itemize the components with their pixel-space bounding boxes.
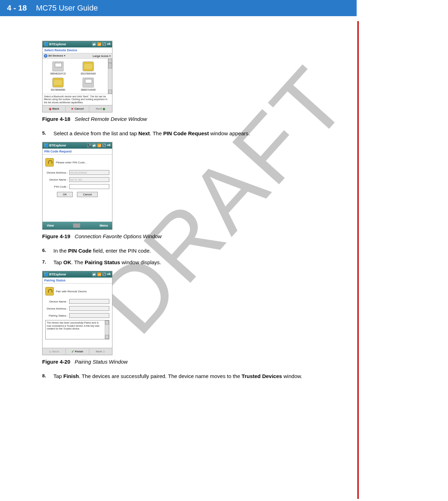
volume-icon: 🔊 bbox=[102, 272, 106, 276]
form-header-text: Pair with Remote Device bbox=[56, 290, 87, 293]
scroll-up-button[interactable] bbox=[108, 59, 112, 63]
form-body: Pair with Remote Device Device Name : De… bbox=[43, 284, 112, 348]
step-7: 7. Tap OK. The Pairing Status window dis… bbox=[42, 259, 357, 265]
figure-label: Figure 4-18 bbox=[42, 116, 70, 122]
keyboard-icon[interactable] bbox=[73, 223, 80, 228]
ok-button[interactable]: ok bbox=[107, 143, 111, 148]
form-header-text: Please enter PIN Code... bbox=[56, 161, 87, 164]
status-info: The device has been successfully Paired … bbox=[45, 320, 109, 339]
check-icon: ✓ bbox=[71, 350, 74, 353]
figure-label: Figure 4-20 bbox=[42, 359, 70, 365]
screenshot-pin-code-request: 🔷 BTExplorer 📞 ⇄ 📶 🔊 ok PIN Code Request… bbox=[42, 142, 112, 230]
x-icon: ✕ bbox=[71, 107, 74, 111]
ok-button[interactable]: OK bbox=[57, 192, 73, 197]
arrow-left-icon: ◆ bbox=[49, 107, 52, 111]
arrow-right-icon: ◆ bbox=[103, 107, 105, 111]
form-body: Please enter PIN Code... Device Address … bbox=[43, 155, 112, 222]
device-label: 001780904006 bbox=[44, 89, 72, 91]
device-item[interactable]: 001780904006 bbox=[44, 78, 72, 91]
window-footer: ◆Back ✕Cancel Next◆ bbox=[43, 105, 112, 112]
window-titlebar: 🔷 BTExplorer ⇄ 📶 🔊 ok bbox=[43, 271, 112, 278]
printer-icon bbox=[83, 78, 94, 87]
page-header: 4 - 18 MC75 User Guide bbox=[0, 0, 357, 16]
window-titlebar: 🔷 BTExplorer ⇄ 📶 🔊 ok bbox=[43, 41, 112, 47]
guide-title: MC75 User Guide bbox=[36, 4, 98, 13]
lock-icon bbox=[45, 287, 54, 295]
dial-icon: 📞 bbox=[87, 143, 91, 148]
arrow-right-icon: ◆ bbox=[103, 350, 105, 353]
view-menu[interactable]: View bbox=[47, 224, 54, 227]
signal-icon: 📶 bbox=[97, 143, 101, 148]
scroll-thumb[interactable] bbox=[108, 63, 112, 69]
back-button[interactable]: ◆Back bbox=[43, 106, 66, 112]
bluetooth-icon: B bbox=[44, 54, 47, 58]
scroll-up-button[interactable] bbox=[105, 320, 109, 325]
signal-icon: 📶 bbox=[97, 272, 101, 276]
right-accent-bar bbox=[357, 21, 359, 499]
figure-label: Figure 4-19 bbox=[42, 233, 70, 239]
page-number: 4 - 18 bbox=[7, 4, 27, 13]
figure-text: Select Remote Device Window bbox=[75, 116, 147, 122]
device-label: 0013706D43A5 bbox=[74, 72, 102, 75]
step-number: 5. bbox=[42, 130, 48, 136]
menu-button[interactable]: Menu bbox=[99, 224, 108, 227]
cancel-button[interactable]: ✕Cancel bbox=[66, 106, 89, 112]
step-text: Select a device from the list and tap Ne… bbox=[53, 130, 250, 136]
ok-button[interactable]: ok bbox=[107, 42, 111, 46]
app-icon: 🔷 bbox=[44, 272, 48, 276]
device-name-label: Device Name : bbox=[45, 178, 69, 181]
pairing-status-label: Pairing Status : bbox=[45, 314, 69, 317]
arrow-left-icon: ◆ bbox=[49, 350, 52, 353]
info-text: Select a Bluetooth device and click 'Nex… bbox=[43, 94, 112, 105]
device-item[interactable]: 00054E021FCD bbox=[44, 61, 72, 75]
scroll-down-button[interactable] bbox=[108, 90, 112, 94]
printer-icon bbox=[52, 61, 64, 71]
view-dropdown[interactable]: Large Icons ▾ bbox=[93, 54, 111, 58]
scrollbar[interactable] bbox=[105, 320, 109, 339]
signal-icon: 📶 bbox=[97, 42, 101, 46]
pin-code-label: PIN Code : bbox=[45, 185, 69, 188]
pairing-status-field bbox=[69, 313, 109, 318]
volume-icon: 🔊 bbox=[102, 143, 106, 148]
step-6: 6. In the PIN Code field, enter the PIN … bbox=[42, 248, 357, 254]
step-text: Tap Finish. The devices are successfully… bbox=[53, 373, 302, 379]
screenshot-pairing-status: 🔷 BTExplorer ⇄ 📶 🔊 ok Pairing Status Pai… bbox=[42, 271, 112, 355]
step-number: 6. bbox=[42, 248, 48, 254]
figure-caption-4-20: Figure 4-20 Pairing Status Window bbox=[42, 359, 357, 365]
device-name-field bbox=[69, 299, 109, 304]
step-number: 8. bbox=[42, 373, 48, 379]
modem-icon bbox=[52, 78, 64, 87]
device-label: 00803714A440 bbox=[74, 89, 102, 91]
cancel-button[interactable]: Cancel bbox=[77, 192, 98, 197]
device-list[interactable]: 00054E021FCD 0013706D43A5 001780904006 0… bbox=[43, 59, 112, 94]
window-subtitle: Pairing Status bbox=[43, 278, 112, 284]
menu-footer: View Menu bbox=[43, 222, 112, 229]
lock-icon bbox=[45, 158, 54, 167]
device-item[interactable]: 00803714A440 bbox=[74, 78, 102, 91]
scroll-down-button[interactable] bbox=[105, 335, 109, 339]
device-address-field bbox=[69, 170, 109, 175]
figure-caption-4-19: Figure 4-19 Connection Favorite Options … bbox=[42, 233, 357, 239]
figure-text: Connection Favorite Options Window bbox=[75, 233, 162, 239]
scrollbar[interactable] bbox=[108, 59, 112, 94]
window-title: BTExplorer bbox=[49, 273, 66, 276]
next-button[interactable]: Next◆ bbox=[89, 106, 112, 112]
finish-button[interactable]: ✓Finish bbox=[66, 349, 89, 354]
back-button: ◆Back bbox=[43, 349, 66, 354]
screenshot-select-remote-device: 🔷 BTExplorer ⇄ 📶 🔊 ok Select Remote Devi… bbox=[42, 41, 112, 112]
filter-dropdown[interactable]: BAll Devices ▾ bbox=[44, 54, 65, 58]
toolbar: BAll Devices ▾ Large Icons ▾ bbox=[43, 53, 112, 59]
device-address-label: Device Address : bbox=[45, 171, 69, 174]
app-icon: 🔷 bbox=[44, 143, 48, 148]
window-subtitle: Select Remote Device bbox=[43, 47, 112, 53]
pin-code-field[interactable] bbox=[69, 184, 109, 189]
device-label: 00054E021FCD bbox=[44, 72, 72, 75]
connectivity-icon: ⇄ bbox=[92, 143, 96, 148]
step-text: In the PIN Code field, enter the PIN cod… bbox=[53, 248, 151, 254]
figure-text: Pairing Status Window bbox=[75, 359, 128, 365]
modem-icon bbox=[83, 61, 94, 71]
device-item[interactable]: 0013706D43A5 bbox=[74, 61, 102, 75]
device-name-field bbox=[69, 177, 109, 182]
ok-button[interactable]: ok bbox=[107, 272, 111, 276]
connectivity-icon: ⇄ bbox=[92, 42, 96, 46]
